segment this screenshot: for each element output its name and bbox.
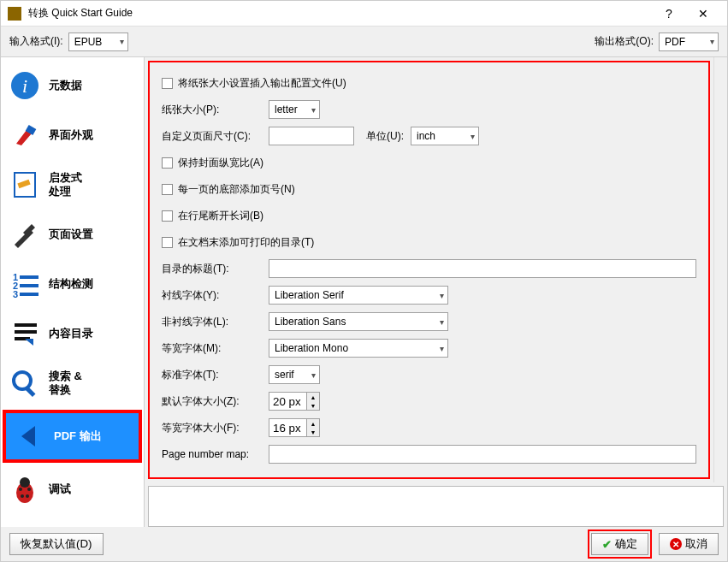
svg-point-20 xyxy=(21,494,24,498)
cross-icon: ✕ xyxy=(670,538,682,550)
sidebar: i 元数据 界面外观 启发式 处理 页面设置 123 结构检测 内容目录 xyxy=(1,57,145,527)
page-num-checkbox[interactable] xyxy=(162,184,173,195)
std-font-combo[interactable]: serif xyxy=(269,365,320,384)
cancel-button[interactable]: ✕取消 xyxy=(659,533,719,555)
keep-aspect-label: 保持封面纵宽比(A) xyxy=(178,156,263,170)
serif-font-combo[interactable]: Liberation Serif xyxy=(269,286,448,305)
input-format-label: 输入格式(I): xyxy=(9,34,63,49)
page-map-input[interactable] xyxy=(269,445,696,464)
keep-aspect-checkbox[interactable] xyxy=(162,157,173,169)
main-area: i 元数据 界面外观 启发式 处理 页面设置 123 结构检测 内容目录 xyxy=(1,57,727,527)
bug-icon xyxy=(8,472,42,506)
custom-size-label: 自定义页面尺寸(C): xyxy=(162,129,269,144)
hyphenate-checkbox[interactable] xyxy=(162,210,173,222)
svg-rect-12 xyxy=(15,330,37,334)
svg-point-19 xyxy=(27,488,31,491)
document-icon xyxy=(8,168,42,202)
check-icon: ✔ xyxy=(602,538,612,551)
mono-font-label: 等宽字体(M): xyxy=(162,341,269,356)
svg-rect-11 xyxy=(15,323,37,327)
mono-fs-down[interactable]: ▼ xyxy=(307,428,319,436)
convert-dialog: 转换 Quick Start Guide ? ✕ 输入格式(I): EPUB 输… xyxy=(0,0,728,562)
info-icon: i xyxy=(8,68,42,103)
tools-icon xyxy=(8,217,42,251)
mono-font-combo[interactable]: Liberation Mono xyxy=(269,339,448,358)
input-format-combo[interactable]: EPUB xyxy=(68,33,128,51)
svg-rect-8 xyxy=(20,275,38,279)
description-area xyxy=(148,486,724,527)
unit-combo[interactable]: inch xyxy=(411,127,479,145)
sidebar-item-metadata[interactable]: i 元数据 xyxy=(1,61,144,110)
unit-label: 单位(U): xyxy=(366,129,404,144)
sidebar-item-search[interactable]: 搜索 & 替换 xyxy=(1,358,144,408)
printable-toc-checkbox[interactable] xyxy=(162,237,173,248)
sidebar-item-look-feel[interactable]: 界面外观 xyxy=(1,110,144,160)
close-button[interactable]: ✕ xyxy=(686,2,720,26)
app-icon xyxy=(8,7,21,21)
svg-rect-15 xyxy=(25,387,35,397)
mono-fs-label: 等宽字体大小(F): xyxy=(162,421,269,435)
svg-text:i: i xyxy=(22,75,27,97)
std-font-label: 标准字体(T): xyxy=(162,368,269,382)
svg-point-21 xyxy=(26,494,29,498)
default-fs-up[interactable]: ▲ xyxy=(307,393,319,401)
output-format-label: 输出格式(O): xyxy=(595,34,654,49)
format-bar: 输入格式(I): EPUB 输出格式(O): PDF xyxy=(1,27,727,57)
window-title: 转换 Quick Start Guide xyxy=(28,6,652,21)
brush-icon xyxy=(8,118,42,152)
toc-title-label: 目录的标题(T): xyxy=(162,262,269,276)
svg-point-18 xyxy=(19,488,22,491)
custom-size-input[interactable] xyxy=(269,127,354,145)
page-map-label: Page number map: xyxy=(162,448,269,460)
sidebar-item-page-setup[interactable]: 页面设置 xyxy=(1,210,144,259)
printable-toc-label: 在文档末添加可打印的目录(T) xyxy=(178,235,314,250)
serif-font-label: 衬线字体(Y): xyxy=(162,288,269,303)
sans-font-combo[interactable]: Liberation Sans xyxy=(269,312,448,331)
svg-rect-9 xyxy=(20,284,38,287)
default-fs-label: 默认字体大小(Z): xyxy=(162,394,269,409)
help-button[interactable]: ? xyxy=(652,2,686,26)
insert-paper-checkbox[interactable] xyxy=(162,78,173,89)
mono-fs-up[interactable]: ▲ xyxy=(307,419,319,428)
paper-size-label: 纸张大小(P): xyxy=(162,103,269,117)
default-fs-input[interactable] xyxy=(269,392,307,411)
sidebar-item-pdf-output[interactable]: PDF 输出 xyxy=(4,411,140,461)
search-icon xyxy=(8,366,42,400)
footer: 恢复默认值(D) ✔确定 ✕取消 xyxy=(1,527,727,561)
sidebar-item-toc[interactable]: 内容目录 xyxy=(1,309,144,358)
toc-title-input[interactable] xyxy=(269,259,696,278)
sidebar-item-debug[interactable]: 调试 xyxy=(1,464,144,514)
paper-size-combo[interactable]: letter xyxy=(269,100,320,119)
list-icon: 123 xyxy=(8,267,42,301)
page-num-label: 每一页的底部添加页号(N) xyxy=(178,182,295,197)
pdf-output-panel: 将纸张大小设置插入输出配置文件(U) 纸张大小(P):letter 自定义页面尺… xyxy=(148,61,710,479)
toc-icon xyxy=(8,316,42,351)
output-format-combo[interactable]: PDF xyxy=(659,33,719,51)
svg-rect-10 xyxy=(20,293,38,296)
sans-font-label: 非衬线字体(L): xyxy=(162,315,269,329)
svg-text:3: 3 xyxy=(13,289,18,299)
back-arrow-icon xyxy=(13,419,47,453)
content-wrap: 将纸张大小设置插入输出配置文件(U) 纸张大小(P):letter 自定义页面尺… xyxy=(145,57,727,527)
restore-defaults-button[interactable]: 恢复默认值(D) xyxy=(9,533,104,555)
hyphenate-label: 在行尾断开长词(B) xyxy=(178,209,263,223)
insert-paper-label: 将纸张大小设置插入输出配置文件(U) xyxy=(178,76,346,91)
mono-fs-input[interactable] xyxy=(269,418,307,437)
ok-button[interactable]: ✔确定 xyxy=(591,533,648,555)
sidebar-item-heuristic[interactable]: 启发式 处理 xyxy=(1,160,144,210)
titlebar: 转换 Quick Start Guide ? ✕ xyxy=(1,1,727,27)
svg-point-17 xyxy=(20,477,30,488)
default-fs-down[interactable]: ▼ xyxy=(307,401,319,410)
sidebar-item-structure[interactable]: 123 结构检测 xyxy=(1,259,144,309)
vertical-scrollbar[interactable] xyxy=(713,57,727,482)
